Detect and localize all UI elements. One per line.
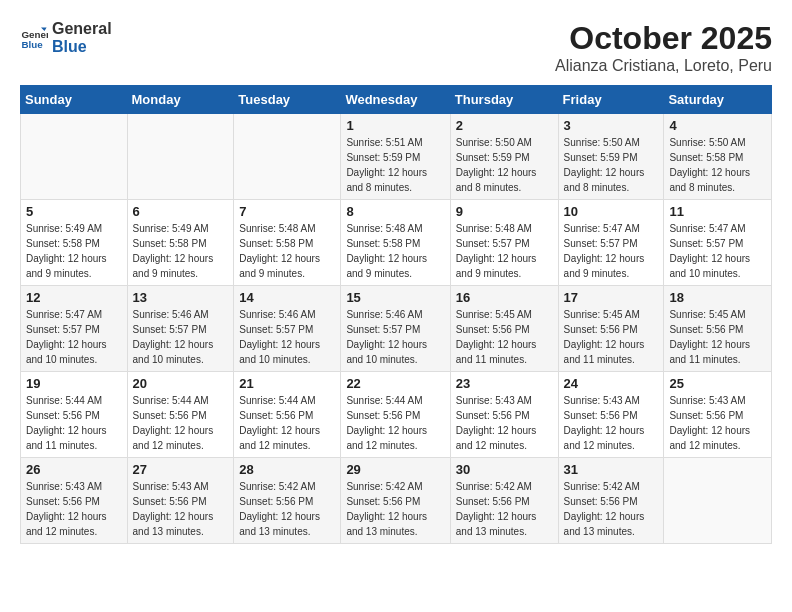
calendar-cell: 27 Sunrise: 5:43 AM Sunset: 5:56 PM Dayl…	[127, 458, 234, 544]
day-number: 2	[456, 118, 553, 133]
day-number: 31	[564, 462, 659, 477]
day-number: 24	[564, 376, 659, 391]
day-number: 18	[669, 290, 766, 305]
day-info: Sunrise: 5:43 AM Sunset: 5:56 PM Dayligh…	[669, 393, 766, 453]
day-info: Sunrise: 5:47 AM Sunset: 5:57 PM Dayligh…	[26, 307, 122, 367]
logo-general-text: General	[52, 20, 112, 38]
calendar-cell: 18 Sunrise: 5:45 AM Sunset: 5:56 PM Dayl…	[664, 286, 772, 372]
day-info: Sunrise: 5:49 AM Sunset: 5:58 PM Dayligh…	[133, 221, 229, 281]
calendar-cell: 11 Sunrise: 5:47 AM Sunset: 5:57 PM Dayl…	[664, 200, 772, 286]
calendar-week-row: 5 Sunrise: 5:49 AM Sunset: 5:58 PM Dayli…	[21, 200, 772, 286]
logo: General Blue General Blue	[20, 20, 112, 55]
weekday-header-saturday: Saturday	[664, 86, 772, 114]
day-info: Sunrise: 5:44 AM Sunset: 5:56 PM Dayligh…	[133, 393, 229, 453]
calendar-cell: 28 Sunrise: 5:42 AM Sunset: 5:56 PM Dayl…	[234, 458, 341, 544]
calendar-header-row: SundayMondayTuesdayWednesdayThursdayFrid…	[21, 86, 772, 114]
calendar-cell: 3 Sunrise: 5:50 AM Sunset: 5:59 PM Dayli…	[558, 114, 664, 200]
month-title: October 2025	[555, 20, 772, 57]
calendar-cell: 30 Sunrise: 5:42 AM Sunset: 5:56 PM Dayl…	[450, 458, 558, 544]
calendar-cell: 23 Sunrise: 5:43 AM Sunset: 5:56 PM Dayl…	[450, 372, 558, 458]
day-number: 5	[26, 204, 122, 219]
calendar-cell: 14 Sunrise: 5:46 AM Sunset: 5:57 PM Dayl…	[234, 286, 341, 372]
calendar-week-row: 19 Sunrise: 5:44 AM Sunset: 5:56 PM Dayl…	[21, 372, 772, 458]
day-number: 11	[669, 204, 766, 219]
calendar-cell: 4 Sunrise: 5:50 AM Sunset: 5:58 PM Dayli…	[664, 114, 772, 200]
calendar-cell: 25 Sunrise: 5:43 AM Sunset: 5:56 PM Dayl…	[664, 372, 772, 458]
calendar-cell: 26 Sunrise: 5:43 AM Sunset: 5:56 PM Dayl…	[21, 458, 128, 544]
logo-blue-text: Blue	[52, 38, 112, 56]
calendar-week-row: 26 Sunrise: 5:43 AM Sunset: 5:56 PM Dayl…	[21, 458, 772, 544]
day-number: 3	[564, 118, 659, 133]
weekday-header-monday: Monday	[127, 86, 234, 114]
calendar-cell	[664, 458, 772, 544]
day-number: 7	[239, 204, 335, 219]
day-number: 6	[133, 204, 229, 219]
calendar-cell: 7 Sunrise: 5:48 AM Sunset: 5:58 PM Dayli…	[234, 200, 341, 286]
svg-text:Blue: Blue	[21, 38, 43, 49]
calendar-cell: 17 Sunrise: 5:45 AM Sunset: 5:56 PM Dayl…	[558, 286, 664, 372]
day-info: Sunrise: 5:43 AM Sunset: 5:56 PM Dayligh…	[456, 393, 553, 453]
day-info: Sunrise: 5:45 AM Sunset: 5:56 PM Dayligh…	[456, 307, 553, 367]
day-info: Sunrise: 5:47 AM Sunset: 5:57 PM Dayligh…	[669, 221, 766, 281]
day-info: Sunrise: 5:45 AM Sunset: 5:56 PM Dayligh…	[669, 307, 766, 367]
day-number: 4	[669, 118, 766, 133]
calendar-cell: 1 Sunrise: 5:51 AM Sunset: 5:59 PM Dayli…	[341, 114, 450, 200]
calendar-cell: 31 Sunrise: 5:42 AM Sunset: 5:56 PM Dayl…	[558, 458, 664, 544]
day-info: Sunrise: 5:51 AM Sunset: 5:59 PM Dayligh…	[346, 135, 444, 195]
day-number: 27	[133, 462, 229, 477]
calendar-cell	[127, 114, 234, 200]
calendar-cell: 20 Sunrise: 5:44 AM Sunset: 5:56 PM Dayl…	[127, 372, 234, 458]
day-number: 23	[456, 376, 553, 391]
day-number: 13	[133, 290, 229, 305]
day-info: Sunrise: 5:48 AM Sunset: 5:57 PM Dayligh…	[456, 221, 553, 281]
day-info: Sunrise: 5:43 AM Sunset: 5:56 PM Dayligh…	[564, 393, 659, 453]
day-info: Sunrise: 5:46 AM Sunset: 5:57 PM Dayligh…	[346, 307, 444, 367]
weekday-header-friday: Friday	[558, 86, 664, 114]
day-info: Sunrise: 5:46 AM Sunset: 5:57 PM Dayligh…	[239, 307, 335, 367]
calendar-cell: 19 Sunrise: 5:44 AM Sunset: 5:56 PM Dayl…	[21, 372, 128, 458]
weekday-header-thursday: Thursday	[450, 86, 558, 114]
day-number: 26	[26, 462, 122, 477]
calendar-cell: 9 Sunrise: 5:48 AM Sunset: 5:57 PM Dayli…	[450, 200, 558, 286]
day-number: 25	[669, 376, 766, 391]
day-info: Sunrise: 5:50 AM Sunset: 5:58 PM Dayligh…	[669, 135, 766, 195]
day-number: 14	[239, 290, 335, 305]
day-info: Sunrise: 5:44 AM Sunset: 5:56 PM Dayligh…	[239, 393, 335, 453]
day-info: Sunrise: 5:50 AM Sunset: 5:59 PM Dayligh…	[564, 135, 659, 195]
calendar-cell: 6 Sunrise: 5:49 AM Sunset: 5:58 PM Dayli…	[127, 200, 234, 286]
location-title: Alianza Cristiana, Loreto, Peru	[555, 57, 772, 75]
day-number: 8	[346, 204, 444, 219]
day-number: 28	[239, 462, 335, 477]
day-number: 1	[346, 118, 444, 133]
weekday-header-tuesday: Tuesday	[234, 86, 341, 114]
day-number: 15	[346, 290, 444, 305]
day-info: Sunrise: 5:44 AM Sunset: 5:56 PM Dayligh…	[346, 393, 444, 453]
calendar-cell: 12 Sunrise: 5:47 AM Sunset: 5:57 PM Dayl…	[21, 286, 128, 372]
calendar-cell: 15 Sunrise: 5:46 AM Sunset: 5:57 PM Dayl…	[341, 286, 450, 372]
calendar-table: SundayMondayTuesdayWednesdayThursdayFrid…	[20, 85, 772, 544]
day-number: 20	[133, 376, 229, 391]
day-number: 16	[456, 290, 553, 305]
calendar-cell: 16 Sunrise: 5:45 AM Sunset: 5:56 PM Dayl…	[450, 286, 558, 372]
day-info: Sunrise: 5:48 AM Sunset: 5:58 PM Dayligh…	[239, 221, 335, 281]
calendar-week-row: 12 Sunrise: 5:47 AM Sunset: 5:57 PM Dayl…	[21, 286, 772, 372]
calendar-cell: 2 Sunrise: 5:50 AM Sunset: 5:59 PM Dayli…	[450, 114, 558, 200]
day-number: 17	[564, 290, 659, 305]
day-info: Sunrise: 5:46 AM Sunset: 5:57 PM Dayligh…	[133, 307, 229, 367]
day-info: Sunrise: 5:43 AM Sunset: 5:56 PM Dayligh…	[133, 479, 229, 539]
day-number: 22	[346, 376, 444, 391]
title-section: October 2025 Alianza Cristiana, Loreto, …	[555, 20, 772, 75]
day-info: Sunrise: 5:42 AM Sunset: 5:56 PM Dayligh…	[456, 479, 553, 539]
calendar-cell: 22 Sunrise: 5:44 AM Sunset: 5:56 PM Dayl…	[341, 372, 450, 458]
day-info: Sunrise: 5:42 AM Sunset: 5:56 PM Dayligh…	[564, 479, 659, 539]
calendar-week-row: 1 Sunrise: 5:51 AM Sunset: 5:59 PM Dayli…	[21, 114, 772, 200]
calendar-cell: 13 Sunrise: 5:46 AM Sunset: 5:57 PM Dayl…	[127, 286, 234, 372]
page-header: General Blue General Blue October 2025 A…	[20, 20, 772, 75]
weekday-header-wednesday: Wednesday	[341, 86, 450, 114]
day-info: Sunrise: 5:42 AM Sunset: 5:56 PM Dayligh…	[346, 479, 444, 539]
weekday-header-sunday: Sunday	[21, 86, 128, 114]
day-number: 30	[456, 462, 553, 477]
day-info: Sunrise: 5:42 AM Sunset: 5:56 PM Dayligh…	[239, 479, 335, 539]
day-info: Sunrise: 5:43 AM Sunset: 5:56 PM Dayligh…	[26, 479, 122, 539]
day-number: 21	[239, 376, 335, 391]
